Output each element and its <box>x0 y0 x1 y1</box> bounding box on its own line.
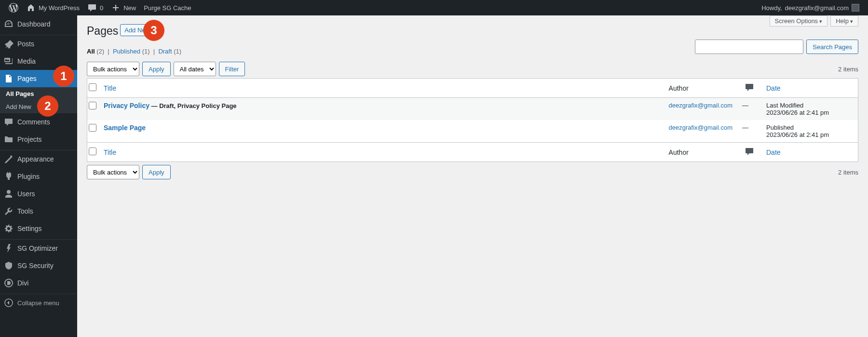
submenu-all-pages[interactable]: All Pages <box>0 87 77 100</box>
callout-badge-3: 3 <box>143 20 164 41</box>
howdy-prefix: Howdy, <box>761 4 782 12</box>
filter-all-link[interactable]: All <box>87 48 96 55</box>
col-title-footer[interactable]: Title <box>104 148 116 156</box>
appearance-icon <box>4 154 14 164</box>
site-name-label: My WordPress <box>39 4 80 12</box>
items-count-top: 2 items <box>838 66 858 73</box>
menu-sg-security[interactable]: SG Security <box>0 257 77 274</box>
menu-tools[interactable]: Tools <box>0 202 77 220</box>
filter-published-link[interactable]: Published <box>113 48 142 55</box>
menu-plugins-label: Plugins <box>17 173 40 180</box>
menu-appearance-label: Appearance <box>17 155 54 163</box>
page-icon <box>4 74 14 83</box>
toolbar-howdy[interactable]: Howdy, deezgrafix@gmail.com <box>758 0 863 15</box>
comment-bubble-icon <box>745 147 754 156</box>
filter-published-count: (1) <box>142 48 150 55</box>
pages-table: Title Author Date Privacy Policy — Draft… <box>87 78 858 162</box>
search-input[interactable] <box>695 40 803 54</box>
row-title-link[interactable]: Sample Page <box>104 124 146 132</box>
menu-projects[interactable]: Projects <box>0 131 77 148</box>
tools-icon <box>4 206 14 216</box>
row-checkbox[interactable] <box>89 102 96 109</box>
user-avatar-icon <box>852 4 859 12</box>
menu-plugins[interactable]: Plugins <box>0 168 77 185</box>
shield-icon <box>4 261 14 270</box>
comments-menu-icon <box>4 117 14 127</box>
menu-settings[interactable]: Settings <box>0 220 77 237</box>
bulk-actions-select-bottom[interactable]: Bulk actions <box>87 165 139 179</box>
menu-projects-label: Projects <box>17 135 42 143</box>
media-icon <box>4 56 14 66</box>
toolbar-purge-cache[interactable]: Purge SG Cache <box>140 0 195 15</box>
filter-draft-count: (1) <box>174 48 181 55</box>
bulk-actions-select-top[interactable]: Bulk actions <box>87 62 139 76</box>
apply-button-top[interactable] <box>142 62 171 76</box>
menu-dashboard-label: Dashboard <box>17 20 51 28</box>
comment-bubble-icon <box>745 82 754 92</box>
collapse-menu-label: Collapse menu <box>17 299 59 307</box>
row-author-link[interactable]: deezgrafix@gmail.com <box>669 102 732 109</box>
menu-divi[interactable]: Divi <box>0 274 77 292</box>
filter-draft-link[interactable]: Draft <box>158 48 174 55</box>
menu-users-label: Users <box>17 190 35 198</box>
items-count-bottom: 2 items <box>838 169 858 176</box>
menu-appearance[interactable]: Appearance <box>0 150 77 168</box>
collapse-icon <box>4 298 14 308</box>
admin-toolbar: My WordPress 0 New Purge SG Cache Howdy,… <box>0 0 868 15</box>
row-author-link[interactable]: deezgrafix@gmail.com <box>669 124 732 131</box>
menu-tools-label: Tools <box>17 207 33 215</box>
row-title-link[interactable]: Privacy Policy <box>104 102 149 109</box>
toolbar-comments[interactable]: 0 <box>83 0 107 15</box>
menu-users[interactable]: Users <box>0 185 77 202</box>
select-all-top[interactable] <box>89 83 96 91</box>
apply-button-bottom[interactable] <box>142 165 171 179</box>
comment-icon <box>87 3 97 13</box>
toolbar-new[interactable]: New <box>107 0 140 15</box>
wp-logo-menu[interactable] <box>5 0 22 15</box>
filter-all-count: (2) <box>96 48 104 55</box>
home-icon <box>26 3 36 13</box>
tablenav-bottom: Bulk actions 2 items <box>87 165 858 179</box>
admin-sidebar: Dashboard Posts Media Pages All Pages Ad… <box>0 15 77 337</box>
settings-icon <box>4 224 14 233</box>
col-date-header[interactable]: Date <box>766 84 781 92</box>
col-date-footer[interactable]: Date <box>766 148 781 156</box>
menu-comments[interactable]: Comments <box>0 113 77 131</box>
callout-badge-1: 1 <box>53 66 74 87</box>
dates-filter-select[interactable]: All dates <box>174 62 216 76</box>
tablenav-top: Bulk actions All dates 2 items <box>87 62 858 76</box>
menu-settings-label: Settings <box>17 225 42 232</box>
sg-optimizer-icon <box>4 243 14 253</box>
comments-count-label: 0 <box>100 4 103 12</box>
menu-comments-label: Comments <box>17 118 50 126</box>
pin-icon <box>4 39 14 49</box>
menu-sg-optimizer[interactable]: SG Optimizer <box>0 240 77 257</box>
menu-dashboard[interactable]: Dashboard <box>0 15 77 33</box>
menu-media-label: Media <box>17 57 36 65</box>
purge-cache-label: Purge SG Cache <box>144 4 191 12</box>
filter-button[interactable] <box>219 62 245 76</box>
col-title-header[interactable]: Title <box>104 84 116 92</box>
wordpress-logo-icon <box>9 3 18 13</box>
col-comments-footer[interactable] <box>737 142 761 162</box>
row-date-status: Last Modified <box>766 102 853 109</box>
projects-icon <box>4 135 14 144</box>
col-comments-header[interactable] <box>737 79 761 98</box>
dashboard-icon <box>4 19 14 29</box>
table-row: Privacy Policy — Draft, Privacy Policy P… <box>87 98 858 120</box>
menu-divi-label: Divi <box>17 279 28 287</box>
divi-icon <box>4 278 14 288</box>
col-author-footer: Author <box>664 142 737 162</box>
menu-posts[interactable]: Posts <box>0 35 77 53</box>
row-date-status: Published <box>766 124 853 131</box>
row-comments: — <box>737 98 761 120</box>
toolbar-site-name[interactable]: My WordPress <box>22 0 83 15</box>
select-all-bottom[interactable] <box>89 148 96 155</box>
howdy-username: deezgrafix@gmail.com <box>785 4 849 12</box>
row-checkbox[interactable] <box>89 124 96 132</box>
collapse-menu[interactable]: Collapse menu <box>0 294 77 311</box>
content-area: Screen Options Help Pages Add New All (2… <box>77 15 868 337</box>
page-title: Pages <box>87 20 118 40</box>
callout-badge-2: 2 <box>37 95 58 117</box>
search-button[interactable] <box>806 40 858 54</box>
